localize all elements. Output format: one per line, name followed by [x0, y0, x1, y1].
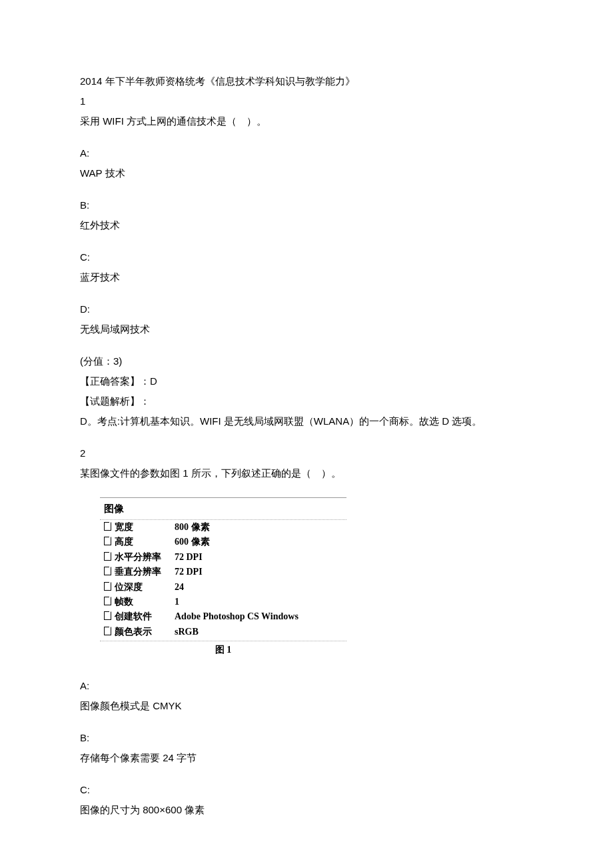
figure-row-label: 位深度 — [115, 580, 175, 595]
q1-optB-text: 红外技术 — [80, 217, 533, 233]
figure-header: 图像 — [100, 498, 346, 520]
q2-optC-text: 图像的尺寸为 800×600 像素 — [80, 802, 533, 818]
figure-row-value: 72 DPI — [175, 565, 342, 579]
q1-analysis-text: D。考点:计算机基本知识。WIFI 是无线局域网联盟（WLANA）的一个商标。故… — [80, 413, 533, 429]
figure-row-label: 宽度 — [115, 520, 175, 535]
figure-row-label: 高度 — [115, 535, 175, 549]
figure-row-label: 垂直分辨率 — [115, 565, 175, 579]
document-title: 2014 年下半年教师资格统考《信息技术学科知识与教学能力》 — [80, 73, 533, 89]
q1-stem: 采用 WIFI 方式上网的通信技术是（ ）。 — [80, 113, 533, 129]
document-icon — [104, 580, 115, 595]
q2-stem: 某图像文件的参数如图 1 所示，下列叙述正确的是（ ）。 — [80, 465, 533, 481]
figure-row: 高度 600 像素 — [100, 535, 346, 549]
document-icon — [104, 595, 115, 609]
q1-optC-label: C: — [80, 249, 533, 265]
q1-optA-label: A: — [80, 145, 533, 161]
figure-row-value: 800 像素 — [175, 520, 342, 535]
q1-optD-text: 无线局域网技术 — [80, 321, 533, 337]
figure-row: 创建软件 Adobe Photoshop CS Windows — [100, 609, 346, 624]
q2-optB-text: 存储每个像素需要 24 字节 — [80, 750, 533, 766]
figure-row: 水平分辨率 72 DPI — [100, 550, 346, 565]
page: 2014 年下半年教师资格统考《信息技术学科知识与教学能力》 1 采用 WIFI… — [0, 0, 613, 868]
q2-optC-label: C: — [80, 782, 533, 798]
q1-optC-text: 蓝牙技术 — [80, 269, 533, 285]
q1-analysis-label: 【试题解析】： — [80, 393, 533, 409]
q2-optA-label: A: — [80, 678, 533, 694]
q1-number: 1 — [80, 93, 533, 109]
figure-row: 颜色表示 sRGB — [100, 625, 346, 639]
q1-optD-label: D: — [80, 301, 533, 317]
figure-row-value: 600 像素 — [175, 535, 342, 549]
document-icon — [104, 625, 115, 639]
figure-row-label: 创建软件 — [115, 609, 175, 624]
document-icon — [104, 609, 115, 624]
figure-row: 帧数 1 — [100, 595, 346, 609]
q2-optB-label: B: — [80, 730, 533, 746]
q2-optA-text: 图像颜色模式是 CMYK — [80, 698, 533, 714]
q2-number: 2 — [80, 445, 533, 461]
figure-row-label: 颜色表示 — [115, 625, 175, 639]
figure-row: 宽度 800 像素 — [100, 520, 346, 535]
document-icon — [104, 535, 115, 549]
figure-row-label: 帧数 — [115, 595, 175, 609]
figure-row-value: Adobe Photoshop CS Windows — [175, 609, 342, 624]
document-icon — [104, 520, 115, 535]
q1-score: (分值：3) — [80, 353, 533, 369]
figure-row: 位深度 24 — [100, 580, 346, 595]
figure-row-label: 水平分辨率 — [115, 550, 175, 565]
q1-answer: 【正确答案】：D — [80, 373, 533, 389]
figure-row-value: 24 — [175, 580, 342, 595]
figure-row-value: sRGB — [175, 625, 342, 639]
document-icon — [104, 565, 115, 579]
figure-row-value: 1 — [175, 595, 342, 609]
figure-caption: 图 1 — [100, 641, 346, 657]
q1-optB-label: B: — [80, 197, 533, 213]
q2-figure: 图像 宽度 800 像素 高度 600 像素 水平分辨率 72 DPI 垂直分辨… — [100, 497, 346, 658]
figure-row-value: 72 DPI — [175, 550, 342, 565]
figure-row: 垂直分辨率 72 DPI — [100, 565, 346, 579]
document-icon — [104, 550, 115, 565]
q1-optA-text: WAP 技术 — [80, 165, 533, 181]
